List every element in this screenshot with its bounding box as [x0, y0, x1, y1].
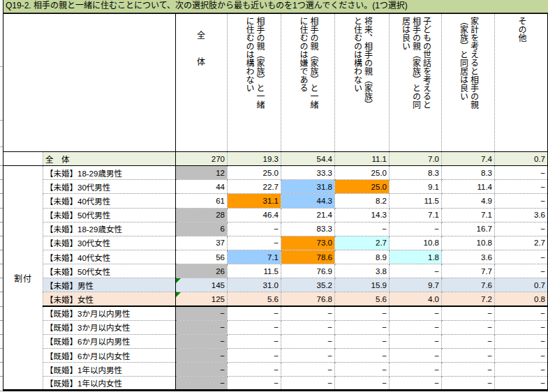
cell-base-n[interactable]: 44 — [176, 180, 228, 194]
row-label[interactable]: 【既婚】3か月以内男性 — [43, 306, 176, 320]
cell-base-n[interactable]: 125 — [176, 292, 228, 306]
cell-percent[interactable]: − — [495, 194, 548, 208]
cell-base-n[interactable]: − — [176, 363, 228, 377]
cell-percent[interactable]: − — [335, 320, 390, 334]
cell-percent[interactable]: 4.9 — [442, 194, 495, 208]
cell-percent[interactable]: − — [228, 334, 281, 348]
cell-percent[interactable]: − — [442, 306, 495, 320]
cell-base-n[interactable]: − — [176, 377, 228, 391]
cell-percent[interactable]: 4.0 — [390, 292, 442, 306]
cell-percent[interactable]: − — [281, 334, 335, 348]
cell-percent[interactable]: 22.7 — [228, 180, 281, 194]
cell-percent[interactable]: − — [390, 264, 442, 278]
cell-percent[interactable]: 11.1 — [335, 152, 390, 166]
cell-percent[interactable]: − — [228, 377, 281, 391]
cell-percent[interactable]: 7.1 — [390, 208, 442, 222]
cell-percent[interactable]: 31.0 — [228, 278, 281, 292]
cell-percent[interactable]: 7.6 — [442, 278, 495, 292]
cell-percent[interactable]: − — [495, 264, 548, 278]
cell-percent[interactable]: 7.0 — [390, 152, 442, 166]
cell-percent[interactable]: 8.2 — [335, 194, 390, 208]
cell-percent[interactable]: − — [228, 236, 281, 250]
cell-percent[interactable]: 9.7 — [390, 278, 442, 292]
row-label[interactable]: 【未婚】18-29歳女性 — [43, 222, 176, 236]
cell-percent[interactable]: 5.6 — [228, 292, 281, 306]
cell-percent[interactable]: 3.8 — [335, 264, 390, 278]
cell-percent[interactable]: − — [495, 363, 548, 377]
cell-percent[interactable]: − — [390, 334, 442, 348]
cell-percent[interactable]: − — [228, 306, 281, 320]
cell-percent[interactable]: 83.3 — [281, 222, 335, 236]
cell-percent[interactable]: − — [390, 363, 442, 377]
cell-base-n[interactable]: − — [176, 348, 228, 362]
cell-base-n[interactable]: − — [176, 334, 228, 348]
group-column-spacer[interactable] — [3, 152, 43, 166]
cell-percent[interactable]: 2.7 — [335, 236, 390, 250]
cell-percent[interactable]: 11.4 — [442, 180, 495, 194]
cell-percent[interactable]: 21.4 — [281, 208, 335, 222]
question-title[interactable]: Q19-2. 相手の親と一緒に住むことについて、次の選択肢から最も近いものを1つ… — [3, 0, 548, 13]
cell-percent[interactable]: − — [281, 363, 335, 377]
row-label[interactable]: 【未婚】18-29歳男性 — [43, 166, 176, 180]
cell-base-n[interactable]: 145 — [176, 278, 228, 292]
cell-percent[interactable]: 25.0 — [335, 180, 390, 194]
header-corner-blank[interactable] — [3, 14, 176, 152]
cell-percent[interactable]: 46.4 — [228, 208, 281, 222]
cell-percent[interactable]: − — [335, 306, 390, 320]
cell-base-n[interactable]: 37 — [176, 236, 228, 250]
cell-percent[interactable]: − — [390, 377, 442, 391]
cell-percent[interactable]: 11.5 — [228, 264, 281, 278]
cell-percent[interactable]: 2.7 — [495, 236, 548, 250]
row-label[interactable]: 【未婚】30代男性 — [43, 180, 176, 194]
cell-base-n[interactable]: 56 — [176, 250, 228, 264]
cell-percent[interactable]: 1.8 — [390, 250, 442, 264]
cell-base-n[interactable]: − — [176, 320, 228, 334]
row-label[interactable]: 【未婚】女性 — [43, 292, 176, 306]
cell-percent[interactable]: 15.9 — [335, 278, 390, 292]
row-group-label[interactable]: 割付 — [3, 166, 43, 391]
cell-percent[interactable]: − — [390, 348, 442, 362]
cell-percent[interactable]: 8.3 — [442, 166, 495, 180]
cell-percent[interactable]: − — [495, 348, 548, 362]
cell-base-n[interactable]: 270 — [176, 152, 228, 166]
cell-percent[interactable]: 10.8 — [442, 236, 495, 250]
cell-percent[interactable]: − — [390, 306, 442, 320]
cell-percent[interactable]: − — [228, 222, 281, 236]
cell-percent[interactable]: 16.7 — [442, 222, 495, 236]
cell-percent[interactable]: − — [390, 320, 442, 334]
cell-base-n[interactable]: 61 — [176, 194, 228, 208]
cell-percent[interactable]: 5.6 — [335, 292, 390, 306]
cell-base-n[interactable]: 6 — [176, 222, 228, 236]
cell-percent[interactable]: 31.8 — [281, 180, 335, 194]
cell-percent[interactable]: 0.7 — [495, 152, 548, 166]
column-header-2[interactable]: 相手の親（家族）と一緒 に住むのは嫌である — [281, 14, 335, 152]
column-header-3[interactable]: 将来、相手の親（家族） と住むのは構わない — [335, 14, 390, 152]
cell-percent[interactable]: 8.9 — [335, 250, 390, 264]
column-header-1[interactable]: 相手の親（家族）と一緒 に住むのは構わない — [228, 14, 281, 152]
cell-percent[interactable]: 7.1 — [228, 250, 281, 264]
column-header-4[interactable]: 子どもの世話を考えると 相手の親（家族）との同 居は良い — [390, 14, 442, 152]
cell-percent[interactable]: − — [335, 377, 390, 391]
cell-percent[interactable]: 11.5 — [390, 194, 442, 208]
cell-percent[interactable]: − — [495, 222, 548, 236]
cell-percent[interactable]: − — [335, 222, 390, 236]
row-label[interactable]: 【既婚】6か月以内男性 — [43, 334, 176, 348]
cell-percent[interactable]: − — [335, 348, 390, 362]
cell-percent[interactable]: 33.3 — [281, 166, 335, 180]
cell-percent[interactable]: 0.8 — [495, 292, 548, 306]
cell-percent[interactable]: − — [495, 180, 548, 194]
cell-percent[interactable]: − — [390, 222, 442, 236]
row-label[interactable]: 【未婚】50代男性 — [43, 208, 176, 222]
cell-percent[interactable]: 31.1 — [228, 194, 281, 208]
cell-base-n[interactable]: 12 — [176, 166, 228, 180]
cell-percent[interactable]: − — [495, 377, 548, 391]
cell-percent[interactable]: − — [281, 306, 335, 320]
cell-percent[interactable]: − — [335, 363, 390, 377]
cell-percent[interactable]: 73.0 — [281, 236, 335, 250]
cell-percent[interactable]: 3.6 — [495, 208, 548, 222]
cell-percent[interactable]: 35.2 — [281, 278, 335, 292]
cell-base-n[interactable]: − — [176, 306, 228, 320]
cell-percent[interactable]: 78.6 — [281, 250, 335, 264]
cell-percent[interactable]: − — [495, 334, 548, 348]
cell-percent[interactable]: 76.9 — [281, 264, 335, 278]
